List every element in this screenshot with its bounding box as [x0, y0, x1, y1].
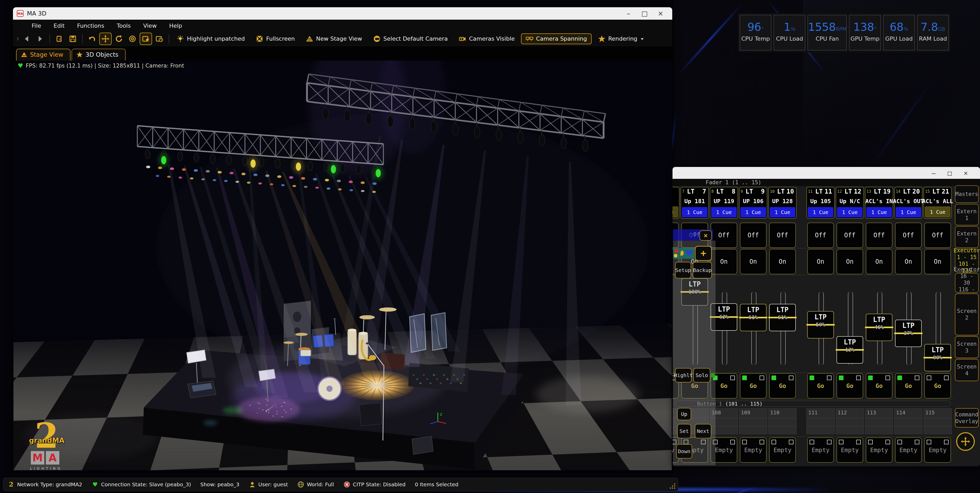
side-tab-screen2[interactable]: Screen 2 — [955, 293, 979, 335]
off-button-15[interactable]: Off — [924, 223, 951, 248]
menu-functions[interactable]: Functions — [71, 22, 110, 29]
empty-button-12[interactable]: Empty — [837, 438, 863, 463]
cue-cell[interactable]: 1 Cue — [866, 207, 892, 217]
toolbar-select-default-camera-button[interactable]: Select Default Camera — [368, 33, 453, 44]
cue-cell[interactable]: 1 Cue — [896, 207, 921, 217]
go-button-14[interactable]: Go — [895, 373, 922, 398]
toolbar-move-button[interactable] — [99, 33, 111, 45]
set-button[interactable]: Set — [677, 424, 691, 438]
cue-cell[interactable]: 1 Cue — [673, 206, 678, 217]
page-down-button[interactable]: Down — [676, 444, 692, 458]
empty-button-9[interactable]: Empty — [740, 438, 767, 463]
on-button-13[interactable]: On — [866, 249, 892, 274]
maximize-icon[interactable]: □ — [942, 168, 958, 179]
toolbar-save-button[interactable] — [67, 33, 79, 45]
button-page-bar[interactable]: Button 1 (101 .. 115) — [675, 401, 951, 407]
toolbar-orbit-button[interactable] — [126, 33, 138, 45]
empty-button-14[interactable]: Empty — [895, 438, 922, 463]
on-button-15[interactable]: On — [924, 249, 951, 274]
off-button-9[interactable]: Off — [740, 223, 767, 248]
stage-viewport[interactable]: z ♥ FPS: 82.71 fps (12.1 ms) | Size: 128… — [13, 60, 672, 470]
menu-edit[interactable]: Edit — [48, 22, 71, 29]
toolbar-fullscreen-button[interactable]: Fullscreen — [251, 33, 299, 44]
side-tab-screen3[interactable]: Screen 3 — [955, 336, 979, 358]
cue-cell[interactable]: 1 Cue — [770, 207, 795, 217]
off-button-14[interactable]: Off — [895, 223, 922, 248]
side-tab-extern2[interactable]: Extern 2 — [955, 226, 979, 248]
cue-cell[interactable]: 1 Cue — [682, 207, 708, 217]
go-button-9[interactable]: Go — [740, 373, 767, 398]
close-icon[interactable]: × — [652, 8, 669, 19]
button-exec-112[interactable]: 112 — [836, 408, 864, 434]
toolbar-cameras-visible-button[interactable]: Cameras Visible — [454, 33, 519, 44]
exec-label-12[interactable]: 12 LT12 Up N/C 1 Cue — [836, 187, 864, 219]
exec-label-11[interactable]: 11 LT11 Up 105 1 Cue — [807, 187, 835, 219]
toolbar-rendering-button[interactable]: Rendering — [593, 33, 649, 44]
toolbar-rotate-button[interactable] — [113, 33, 125, 45]
solo-button[interactable]: Solo — [693, 368, 710, 382]
exec-label-9[interactable]: 9 LT9 UP 106 1 Cue — [739, 187, 767, 219]
menu-help[interactable]: Help — [163, 22, 188, 29]
move-window-button[interactable] — [956, 432, 975, 451]
button-exec-110[interactable]: 110 — [768, 408, 797, 434]
button-exec-109[interactable]: 109 — [739, 408, 767, 434]
button-exec-113[interactable]: 113 — [865, 408, 893, 434]
empty-button-11[interactable]: Empty — [807, 438, 834, 463]
toolbar-cam-star-button[interactable] — [140, 33, 152, 45]
backup-button[interactable]: Backup — [693, 262, 712, 279]
menu-tools[interactable]: Tools — [110, 22, 137, 29]
overlay-add-button[interactable]: + — [695, 246, 712, 261]
close-icon[interactable]: × — [958, 168, 974, 179]
menu-file[interactable]: File — [25, 22, 48, 29]
minimize-icon[interactable]: – — [620, 8, 636, 19]
side-tab-screen4[interactable]: Screen 4 — [955, 359, 979, 381]
page-up-button[interactable]: Up — [677, 408, 691, 420]
toolbar-camera-spanning-button[interactable]: Camera Spanning — [521, 33, 592, 44]
exec-label-7[interactable]: 7 LT7 Up 181 1 Cue — [681, 187, 709, 219]
toolbar-cam-clock-button[interactable] — [153, 33, 165, 45]
tab-stage-view[interactable]: Stage View — [16, 49, 70, 60]
on-button-14[interactable]: On — [895, 249, 922, 274]
minimize-icon[interactable]: – — [926, 168, 942, 179]
next-button[interactable]: Next — [695, 424, 711, 438]
exec-label-10[interactable]: 10 LT10 UP 128 1 Cue — [768, 187, 797, 219]
off-button-13[interactable]: Off — [866, 223, 892, 248]
button-exec-114[interactable]: 114 — [894, 408, 923, 434]
side-tab-command-overlay[interactable]: CommandOverlay — [955, 408, 979, 428]
go-button-11[interactable]: Go — [807, 373, 834, 398]
toolbar-import-button[interactable] — [53, 33, 65, 45]
toolbar-arrow-left-button[interactable] — [21, 33, 33, 45]
on-button-11[interactable]: On — [807, 249, 834, 274]
cue-cell[interactable]: 1 Cue — [711, 207, 737, 217]
go-button-15[interactable]: Go — [924, 373, 951, 398]
empty-button-13[interactable]: Empty — [866, 438, 892, 463]
button-exec-115[interactable]: 115 — [924, 408, 952, 434]
on-button-9[interactable]: On — [740, 249, 767, 274]
side-tab-masters[interactable]: Masters — [955, 185, 979, 203]
toolbar-undo-button[interactable] — [86, 33, 98, 45]
overlay-close-button[interactable]: × — [700, 230, 712, 241]
go-button-10[interactable]: Go — [769, 373, 796, 398]
exec-label-13[interactable]: 13 LT19 ACL's IN 1 Cue — [865, 187, 893, 219]
toolbar-new-stage-view-button[interactable]: New Stage View — [301, 33, 367, 44]
off-button-10[interactable]: Off — [769, 223, 796, 248]
setup-button[interactable]: Setup — [675, 262, 691, 279]
cue-cell[interactable]: 1 Cue — [740, 207, 766, 217]
toolbar-arrow-right-button[interactable] — [34, 33, 46, 45]
go-button-13[interactable]: Go — [866, 373, 892, 398]
cue-cell[interactable]: 1 Cue — [837, 207, 863, 217]
fader-titlebar[interactable]: – □ × — [673, 167, 980, 179]
toolbar-drag-handle[interactable]: ⁞⁞ — [17, 36, 18, 41]
exec-label-8[interactable]: 8 LT8 UP 119 1 Cue — [710, 187, 738, 219]
off-button-11[interactable]: Off — [807, 223, 834, 248]
empty-button-15[interactable]: Empty — [924, 438, 951, 463]
resize-grip[interactable] — [669, 483, 676, 489]
on-button-10[interactable]: On — [769, 249, 796, 274]
off-button-12[interactable]: Off — [837, 223, 863, 248]
empty-button-10[interactable]: Empty — [769, 438, 796, 463]
on-button-12[interactable]: On — [837, 249, 863, 274]
cue-cell[interactable]: 1 Cue — [808, 207, 834, 217]
exec-label-15[interactable]: 15 LT21 ACL's ALL 1 Cue — [924, 187, 952, 219]
maximize-icon[interactable]: □ — [636, 8, 652, 19]
side-tab-extern1[interactable]: Extern 1 — [955, 204, 979, 225]
